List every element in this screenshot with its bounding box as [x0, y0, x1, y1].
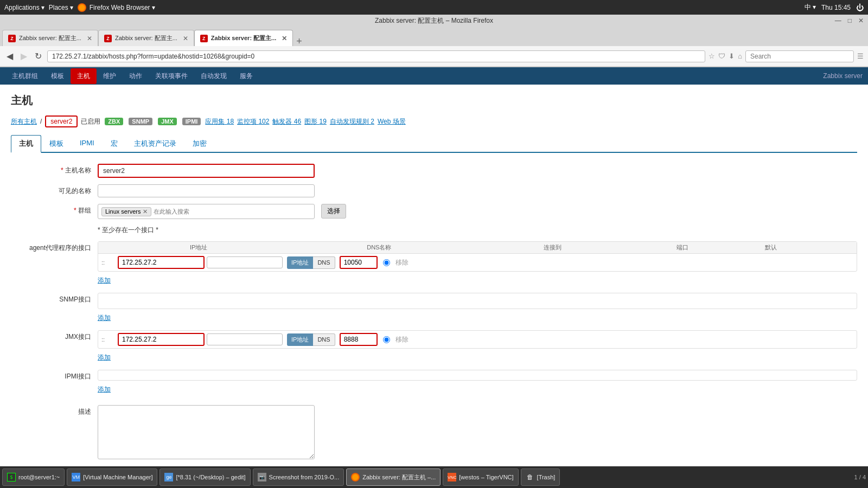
snmp-add-btn[interactable]: 添加 [98, 313, 111, 323]
nav-correlations[interactable]: 关联项事件 [149, 68, 194, 84]
menu-icon[interactable]: ☰ [857, 52, 864, 60]
page-content: 主机 所有主机 / server2 已启用 ZBX SNMP JMX IPMI … [0, 85, 868, 467]
snmp-interface-section: SNMP接口 添加 [11, 293, 857, 325]
new-tab-btn[interactable]: + [293, 36, 305, 46]
nav-services[interactable]: 服务 [233, 68, 259, 84]
jmx-add-btn[interactable]: 添加 [98, 353, 111, 362]
browser-menu[interactable]: Firefox Web Browser ▾ [78, 3, 155, 12]
tab-ipmi[interactable]: IPMI [72, 135, 103, 153]
apps-link[interactable]: 应用集 18 [205, 117, 234, 126]
jmx-port-input[interactable] [340, 333, 378, 346]
nav-templates[interactable]: 模板 [44, 68, 71, 84]
snmp-content: 添加 [98, 293, 857, 325]
back-btn[interactable]: ◀ [4, 50, 15, 62]
refresh-btn[interactable]: ↻ [33, 50, 44, 62]
agent-port-input[interactable] [340, 256, 378, 269]
maximize-btn[interactable]: □ [848, 17, 852, 24]
agent-interface-table: IP地址 DNS名称 连接到 端口 默认 :: IP地址 DNS [98, 241, 857, 272]
screenshot-icon: 📷 [258, 473, 266, 481]
jmx-remove-btn[interactable]: 移除 [395, 335, 409, 344]
taskbar-firefox[interactable]: Zabbix server: 配置主机 –... [346, 468, 441, 486]
all-hosts-link[interactable]: 所有主机 [11, 117, 37, 126]
group-select-btn[interactable]: 选择 [321, 204, 346, 219]
forward-btn[interactable]: ▶ [18, 50, 29, 62]
search-input[interactable] [745, 50, 854, 62]
trigger-link[interactable]: 触发器 46 [272, 117, 301, 126]
taskbar-trash[interactable]: 🗑 [Trash] [521, 468, 560, 486]
agent-ip-btn[interactable]: IP地址 [287, 256, 313, 269]
ipmi-badge[interactable]: IPMI [182, 118, 201, 125]
browser-tab-3[interactable]: Z Zabbix server: 配置主... ✕ [194, 30, 293, 46]
agent-interface-content: IP地址 DNS名称 连接到 端口 默认 :: IP地址 DNS [98, 241, 857, 287]
address-input[interactable] [47, 50, 705, 62]
agent-remove-btn[interactable]: 移除 [395, 258, 409, 267]
agent-dns-input[interactable] [207, 256, 283, 268]
tab-macro[interactable]: 宏 [103, 135, 126, 153]
jmx-dns-btn[interactable]: DNS [313, 333, 335, 346]
nav-hostgroups[interactable]: 主机群组 [5, 68, 44, 84]
graph-link[interactable]: 图形 19 [304, 117, 327, 126]
col-default-header: 默认 [765, 243, 853, 252]
tab-encryption[interactable]: 加密 [184, 135, 215, 153]
agent-default-radio[interactable] [383, 259, 390, 266]
download-icon[interactable]: ⬇ [729, 52, 735, 60]
jmx-ip-btn[interactable]: IP地址 [287, 333, 313, 346]
nav-hosts[interactable]: 主机 [71, 68, 97, 84]
places-menu[interactable]: Places ▾ [49, 4, 73, 11]
os-topbar: Applications ▾ Places ▾ Firefox Web Brow… [0, 0, 868, 15]
jmx-connect-toggle: IP地址 DNS [287, 333, 335, 346]
taskbar-vnc[interactable]: VNC [westos – TigerVNC] [443, 468, 518, 486]
visible-name-input[interactable] [98, 184, 315, 197]
visible-name-row: 可见的名称 [11, 184, 857, 197]
group-search-input[interactable] [154, 208, 219, 215]
agent-header: IP地址 DNS名称 连接到 端口 默认 [98, 242, 857, 254]
browser-tabs: Z Zabbix server: 配置主... ✕ Z Zabbix serve… [0, 27, 868, 46]
tab-close-3[interactable]: ✕ [282, 35, 287, 42]
host-form: * 主机名称 可见的名称 * 群组 Linux servers ✕ [11, 164, 857, 459]
nav-discovery[interactable]: 自动发现 [194, 68, 233, 84]
description-textarea[interactable] [98, 405, 315, 459]
hostname-input[interactable] [98, 164, 315, 178]
web-link[interactable]: Web 场景 [378, 117, 406, 126]
tab-favicon-2: Z [104, 35, 112, 42]
tab-close-1[interactable]: ✕ [87, 35, 92, 42]
discover-link[interactable]: 自动发现规则 2 [330, 117, 374, 126]
tab-inventory[interactable]: 主机资产记录 [126, 135, 184, 153]
taskbar-vmm-label: [Virtual Machine Manager] [83, 474, 152, 480]
jmx-dns-input[interactable] [207, 333, 283, 345]
applications-menu[interactable]: Applications ▾ [4, 4, 44, 11]
zbx-badge[interactable]: ZBX [105, 118, 123, 125]
nav-maintenance[interactable]: 维护 [97, 68, 123, 84]
monitor-link[interactable]: 监控项 102 [237, 117, 269, 126]
minimize-btn[interactable]: — [835, 17, 841, 24]
tab-templates[interactable]: 模板 [41, 135, 72, 153]
agent-interface-label: agent代理程序的接口 [11, 241, 98, 253]
snmp-badge[interactable]: SNMP [129, 118, 152, 125]
bookmark-icon[interactable]: ☆ [709, 52, 715, 60]
group-tag-container[interactable]: Linux servers ✕ [98, 204, 315, 219]
jmx-ip-input[interactable] [118, 333, 205, 346]
home-icon[interactable]: ⌂ [738, 52, 742, 60]
jmx-badge[interactable]: JMX [158, 118, 177, 125]
agent-add-btn[interactable]: 添加 [98, 276, 111, 285]
taskbar-terminal[interactable]: $ root@server1:~ [2, 468, 65, 486]
power-icon[interactable]: ⏻ [856, 3, 864, 12]
tab-host[interactable]: 主机 [11, 135, 41, 153]
agent-dns-btn[interactable]: DNS [313, 256, 335, 269]
group-tag-remove[interactable]: ✕ [143, 208, 148, 215]
ipmi-add-btn[interactable]: 添加 [98, 385, 111, 394]
jmx-default-radio[interactable] [383, 336, 390, 343]
agent-ip-input[interactable] [118, 256, 205, 269]
tab-close-2[interactable]: ✕ [183, 35, 188, 42]
taskbar-gedit[interactable]: ge [*8.31 (~/Desktop) – gedit] [159, 468, 250, 486]
taskbar-screenshot[interactable]: 📷 Screenshot from 2019-O... [253, 468, 344, 486]
vnc-icon: VNC [448, 473, 456, 481]
browser-tab-1[interactable]: Z Zabbix server: 配置主... ✕ [2, 30, 98, 46]
taskbar-vmm[interactable]: VM [Virtual Machine Manager] [67, 468, 157, 486]
browser-tab-2[interactable]: Z Zabbix server: 配置主... ✕ [98, 30, 194, 46]
description-row: 描述 [11, 405, 857, 459]
jmx-interface-table: :: IP地址 DNS 移除 [98, 330, 857, 349]
ipmi-interface-label: IPMI接口 [11, 370, 98, 381]
nav-actions[interactable]: 动作 [123, 68, 149, 84]
close-btn[interactable]: ✕ [858, 17, 864, 24]
